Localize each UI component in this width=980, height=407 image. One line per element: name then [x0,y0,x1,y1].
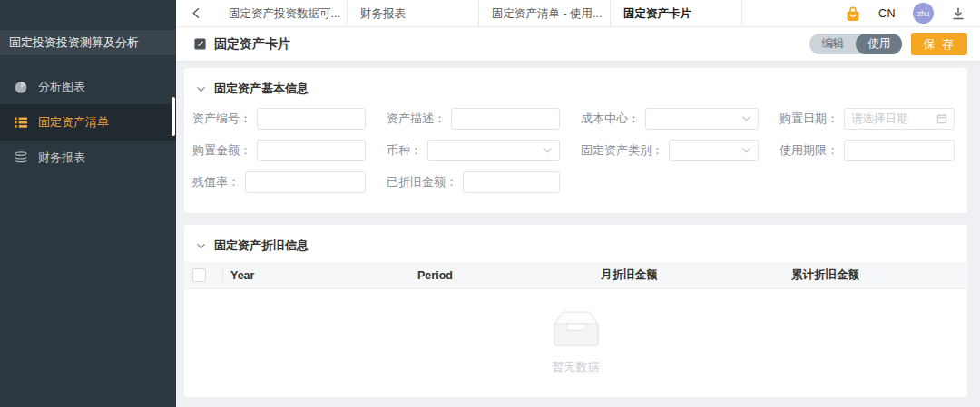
cost-center-select[interactable] [645,108,759,130]
field-useful-life: 使用期限： [779,140,955,161]
tab-bar: 固定资产投资数据可... 财务报表 固定资产清单 - 使用... 固定资产卡片 … [176,0,980,27]
empty-text: 暂无数据 [553,359,600,375]
page-title: 固定资产卡片 [214,36,290,53]
header-actions: 编辑 使用 保 存 [809,33,967,55]
chevron-down-icon [196,241,206,251]
select-all-checkbox[interactable] [192,268,206,282]
open-tabs: 固定资产投资数据可... 财务报表 固定资产清单 - 使用... 固定资产卡片 [216,0,742,27]
depreciation-panel: 固定资产折旧信息 Year Period 月折旧金额 累计折旧金额 [184,225,967,397]
tab-financial-reports[interactable]: 财务报表 [348,0,479,27]
pie-chart-icon [13,80,28,95]
language-switch[interactable]: CN [878,7,896,20]
field-depreciated-amount: 已折旧金额： [387,171,560,193]
depreciation-section-header[interactable]: 固定资产折旧信息 [184,225,967,254]
field-asset-number: 资产编号： [192,108,366,130]
sidebar-item-analysis-charts[interactable]: 分析图表 [0,70,176,104]
field-label: 已折旧金额： [387,174,457,190]
section-title: 固定资产基本信息 [214,81,309,97]
field-label: 购置日期： [779,111,838,127]
field-cost-center: 成本中心： [581,108,759,130]
page-header: 固定资产卡片 编辑 使用 保 存 [176,27,980,61]
document-icon [193,37,207,51]
field-label: 使用期限： [779,142,838,159]
page-content: 固定资产基本信息 资产编号： 资产描述： 成本中心： [176,61,980,407]
depreciation-table-header: Year Period 月折旧金额 累计折旧金额 [184,262,967,289]
field-label: 残值率： [192,174,240,190]
save-button[interactable]: 保 存 [911,33,967,55]
sidebar-scrollbar[interactable] [172,97,175,136]
useful-life-input[interactable] [845,141,954,160]
sidebar-item-label: 固定资产清单 [38,114,109,131]
field-label: 资产编号： [192,111,251,127]
column-header-period[interactable]: Period [410,269,593,282]
field-residual-rate: 残值率： [192,171,366,193]
toggle-edit-button[interactable]: 编辑 [809,34,856,54]
topbar-right: CN zhu [845,3,980,24]
field-purchase-date: 购置日期： [779,108,955,130]
column-header-accumulated-depreciation[interactable]: 累计折旧金额 [784,267,967,283]
edit-use-toggle: 编辑 使用 [809,34,902,54]
bag-icon[interactable] [845,5,861,22]
sidebar-project-title: 固定投资投资测算及分析 [0,30,176,55]
sidebar-item-label: 分析图表 [38,79,85,95]
main-area: 固定资产投资数据可... 财务报表 固定资产清单 - 使用... 固定资产卡片 … [176,0,980,407]
field-label: 资产描述： [387,111,446,127]
list-icon [13,115,28,131]
field-currency: 币种： [387,140,560,161]
download-icon[interactable] [951,6,965,21]
residual-rate-input[interactable] [246,172,365,192]
sidebar-item-financial-reports[interactable]: 财务报表 [0,141,176,175]
column-header-monthly-depreciation[interactable]: 月折旧金额 [593,267,784,283]
toggle-use-button[interactable]: 使用 [856,34,902,54]
field-label: 成本中心： [581,111,640,127]
field-label: 固定资产类别： [581,142,663,159]
asset-category-select[interactable] [669,140,759,161]
field-label: 币种： [387,142,422,159]
field-asset-category: 固定资产类别： [581,140,759,161]
depreciated-amount-input[interactable] [464,172,559,192]
basic-info-panel: 固定资产基本信息 资产编号： 资产描述： 成本中心： [184,68,967,213]
purchase-date-picker[interactable] [844,108,955,130]
basic-info-form: 资产编号： 资产描述： 成本中心： [184,97,967,193]
sidebar: 固定投资投资测算及分析 分析图表 [0,0,176,407]
purchase-amount-input[interactable] [258,141,365,160]
asset-description-input[interactable] [452,109,559,129]
tab-fixed-asset-card[interactable]: 固定资产卡片 [611,0,742,27]
avatar[interactable]: zhu [913,3,934,24]
sidebar-item-fixed-asset-list[interactable]: 固定资产清单 [0,104,176,141]
layers-icon [13,150,28,166]
back-button[interactable] [176,0,216,27]
purchase-date-input[interactable] [845,109,954,129]
sidebar-menu: 分析图表 固定资产清单 [0,70,176,175]
field-asset-description: 资产描述： [387,108,560,130]
select-all-cell [184,262,223,288]
tab-fixed-asset-list-use[interactable]: 固定资产清单 - 使用... [479,0,611,27]
asset-number-input[interactable] [258,109,365,129]
tab-fixed-asset-investment-data[interactable]: 固定资产投资数据可... [216,0,348,27]
field-label: 购置金额： [192,142,251,159]
chevron-down-icon [196,84,206,94]
field-purchase-amount: 购置金额： [192,140,366,161]
empty-box-icon [548,309,604,353]
arrow-left-icon [190,6,203,20]
sidebar-item-label: 财务报表 [38,150,85,166]
empty-state: 暂无数据 [184,289,967,375]
currency-select[interactable] [427,140,560,161]
column-header-year[interactable]: Year [223,269,410,282]
section-title: 固定资产折旧信息 [214,237,309,254]
basic-info-section-header[interactable]: 固定资产基本信息 [184,68,967,97]
